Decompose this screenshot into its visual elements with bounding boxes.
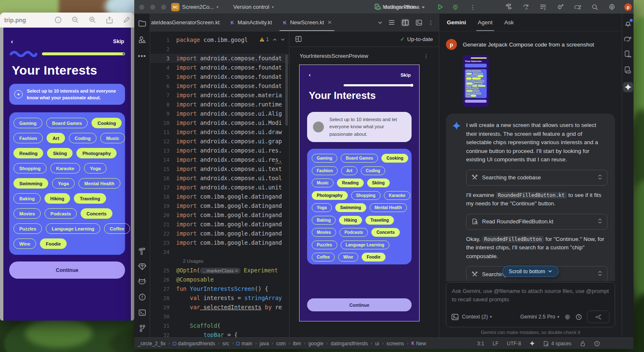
attached-screenshot-thumbnail[interactable]: Your Interests: [463, 55, 489, 107]
inspection-widget[interactable]: 1: [259, 36, 285, 42]
breadcrumb-item-google[interactable]: google: [308, 341, 323, 347]
gemini-status-sparkle-icon[interactable]: [529, 341, 535, 346]
markup-icon[interactable]: [123, 16, 130, 23]
error-indicator-icon[interactable]: [594, 341, 600, 347]
indent-setting[interactable]: 4 spaces: [543, 341, 571, 347]
design-view-icon[interactable]: [416, 20, 422, 26]
problems-icon[interactable]: [138, 293, 146, 301]
run-with-coverage-icon[interactable]: s: [540, 3, 547, 10]
settings-gear-icon[interactable]: [608, 3, 615, 10]
code-editor[interactable]: 1package com.ibm.googl23import androidx.…: [150, 31, 289, 337]
interest-chip-skiing: Skiing: [47, 148, 73, 158]
breadcrumb-item-main[interactable]: main: [236, 341, 252, 347]
close-tab-icon[interactable]: ✕: [327, 19, 332, 26]
running-devices-icon[interactable]: [624, 50, 631, 58]
gemini-prompt-input[interactable]: Ask Gemini, use @filename to attach sour…: [446, 282, 615, 327]
breadcrumb-item-ibm[interactable]: ibm: [293, 341, 301, 347]
account-avatar[interactable]: p: [624, 0, 632, 14]
minimize-window-icon[interactable]: [150, 5, 155, 10]
project-widget[interactable]: SC Screen2Co... ▾: [171, 0, 218, 14]
user-message: Generate Jetpack Compose code from a scr…: [463, 41, 594, 48]
tab-options-kebab-icon[interactable]: ⋮: [428, 19, 434, 26]
tool-call-card[interactable]: Read RoundedFilledButton.kt: [466, 214, 607, 230]
chip-row: MoviesPodcastsConcerts: [312, 228, 407, 237]
preview-name: YourInterestsScreenPreview: [300, 53, 368, 59]
gemini-tool-icon[interactable]: [623, 82, 633, 92]
expand-collapse-chevrons-icon[interactable]: [598, 174, 602, 181]
search-everywhere-icon[interactable]: [592, 4, 598, 10]
resource-manager-icon[interactable]: [138, 36, 146, 44]
gradle-sync-icon[interactable]: [574, 4, 581, 10]
expand-collapse-chevrons-icon[interactable]: [598, 218, 602, 225]
breadcrumb-item-datingandfriends[interactable]: datingandfriends: [331, 341, 368, 347]
usages-inlay-hint[interactable]: 2 Usages: [150, 256, 289, 266]
tab-agent[interactable]: Agent: [478, 14, 493, 31]
build-icon[interactable]: [505, 3, 512, 10]
logcat-icon[interactable]: [138, 278, 146, 285]
breadcrumb-item-src[interactable]: src: [222, 341, 229, 347]
caret-position[interactable]: 3:1: [477, 341, 484, 347]
notification-dot: [630, 19, 633, 22]
preview-options-kebab-icon[interactable]: ⋮: [423, 53, 429, 59]
zoom-out-icon[interactable]: [72, 16, 79, 23]
apply-changes-icon[interactable]: A: [522, 3, 529, 10]
gradle-elephant-icon[interactable]: [624, 36, 632, 42]
run-button[interactable]: [437, 0, 443, 14]
attach-debugger-icon[interactable]: [557, 3, 564, 10]
device-manager-icon[interactable]: [624, 66, 631, 74]
preview-layout-icon[interactable]: [295, 36, 302, 42]
zoom-window-icon[interactable]: [161, 5, 166, 10]
close-window-icon[interactable]: [139, 5, 144, 10]
run-config-selector[interactable]: datingandfrie... ▾: [315, 0, 425, 14]
git-branch-icon[interactable]: [139, 324, 146, 332]
more-tool-windows-icon[interactable]: •••: [138, 52, 146, 60]
breadcrumb-item-java[interactable]: java: [260, 341, 269, 347]
history-clock-icon[interactable]: [576, 314, 582, 320]
terminal-icon[interactable]: [138, 309, 146, 316]
send-button[interactable]: [587, 311, 610, 323]
context-dropdown[interactable]: Context (2) ▾: [462, 314, 492, 320]
breadcrumb-item-com[interactable]: com: [276, 341, 286, 347]
breadcrumb-item-datingandfriends[interactable]: datingandfriends: [173, 341, 215, 347]
app-quality-insights-icon[interactable]: [138, 263, 146, 270]
breadcrumb-item-_circle_2_fix[interactable]: _circle_2_fix: [138, 341, 166, 347]
info-icon[interactable]: i: [55, 16, 62, 23]
next-problem-chevron-icon[interactable]: [281, 38, 285, 41]
tab-dateideasgeneratorscreen[interactable]: ateIdeasGeneratorScreen.kt: [150, 14, 224, 31]
gemini-settings-gear-icon[interactable]: [564, 314, 571, 320]
interest-chip-gaming: Gaming: [312, 154, 337, 163]
warning-indicator[interactable]: 1: [259, 36, 269, 42]
model-dropdown[interactable]: Gemini 2.5 Pro ▾: [520, 314, 559, 320]
window-controls[interactable]: [139, 0, 166, 14]
tool-call-card[interactable]: Searching the codebase: [466, 170, 607, 186]
hidden-tabs-chevron-icon[interactable]: [378, 21, 383, 24]
file-encoding[interactable]: UTF-8: [507, 341, 521, 347]
attach-image-icon[interactable]: [451, 314, 459, 320]
code-line-20: 20import com.ibm.google.datingand: [150, 210, 289, 220]
build-tool-icon[interactable]: [138, 248, 146, 255]
tab-ask[interactable]: Ask: [504, 14, 514, 31]
scroll-to-bottom-button[interactable]: Scroll to bottom: [502, 266, 559, 277]
notifications-bell-icon[interactable]: [624, 20, 632, 27]
code-view-icon[interactable]: [388, 20, 395, 25]
expand-collapse-chevrons-icon[interactable]: [598, 271, 602, 277]
line-ending[interactable]: LF: [493, 341, 498, 347]
zoom-in-icon[interactable]: [89, 16, 96, 23]
code-line-25: 25@OptIn(...markerClass = Experiment: [150, 266, 289, 275]
editor-scrollbar[interactable]: [285, 54, 288, 126]
code-line-5: 5import androidx.compose.foundat: [150, 72, 289, 81]
debug-button[interactable]: [452, 0, 459, 14]
tab-newscreen[interactable]: K NewScreen.kt ✕: [277, 14, 337, 31]
more-run-options-icon[interactable]: ⋮: [470, 0, 476, 14]
code-line-22: 22import com.ibm.google.datingand: [150, 229, 289, 238]
lock-open-icon[interactable]: [580, 341, 586, 347]
project-tool-icon[interactable]: [138, 20, 146, 27]
breadcrumb-item-ui[interactable]: ui: [375, 341, 379, 347]
breadcrumb-item-screens[interactable]: screens: [386, 341, 404, 347]
prev-problem-chevron-icon[interactable]: [273, 38, 277, 41]
share-icon[interactable]: [106, 16, 113, 24]
continue-button-image: Continue: [9, 261, 125, 279]
tab-mainactivity[interactable]: K MainActivity.kt: [224, 14, 277, 31]
split-view-icon[interactable]: [401, 18, 410, 27]
breadcrumb-item-new[interactable]: KNew: [411, 341, 426, 347]
